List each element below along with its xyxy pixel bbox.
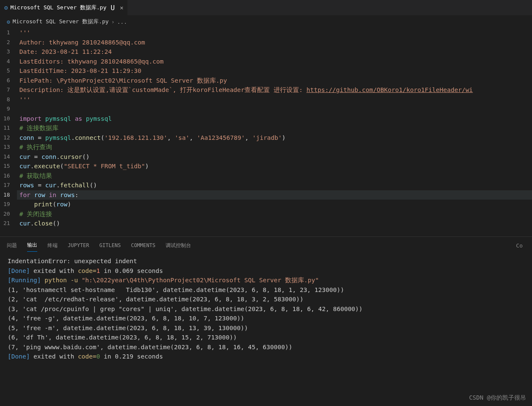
- line-number: 7: [3, 85, 10, 95]
- line-number: 9: [3, 104, 10, 114]
- line-number: 1: [3, 28, 10, 38]
- close-icon[interactable]: ✕: [120, 4, 123, 11]
- output-line: [Done] exited with code=0 in 0.219 secon…: [8, 352, 524, 362]
- output-content[interactable]: IndentationError: unexpected indent[Done…: [0, 252, 532, 406]
- line-number: 2: [3, 38, 10, 47]
- tab-gitlens[interactable]: GITLENS: [100, 240, 121, 251]
- code-line[interactable]: cur = conn.cursor(): [17, 152, 532, 162]
- breadcrumb-file: Microsoft SQL Server 数据库.py: [13, 18, 109, 25]
- line-number: 4: [3, 57, 10, 67]
- breadcrumb[interactable]: ⚙ Microsoft SQL Server 数据库.py › ...: [0, 15, 532, 28]
- code-line[interactable]: # 获取结果: [17, 171, 532, 181]
- line-number: 3: [3, 47, 10, 57]
- output-line: (3, 'cat /proc/cpuinfo | grep "cores" | …: [8, 304, 524, 314]
- breadcrumb-more: ...: [117, 19, 127, 25]
- line-gutter: 123456789101112131415161718192021: [0, 28, 17, 236]
- code-line[interactable]: Date: 2023-08-21 11:22:24: [17, 47, 532, 57]
- code-line[interactable]: Description: 这是默认设置,请设置`customMade`, 打开k…: [17, 85, 532, 95]
- code-line[interactable]: ''': [17, 95, 532, 105]
- panel-right-text[interactable]: Co: [516, 242, 525, 249]
- python-icon: ⚙: [7, 19, 10, 25]
- code-line[interactable]: ''': [17, 28, 532, 38]
- output-line: IndentationError: unexpected indent: [8, 256, 524, 266]
- line-number: 14: [3, 152, 10, 162]
- python-icon: ⚙: [4, 4, 8, 11]
- bottom-panel: 问题 输出 终端 JUPYTER GITLENS COMMENTS 调试控制台 …: [0, 236, 532, 406]
- line-number: 12: [3, 133, 10, 143]
- output-line: [Done] exited with code=1 in 0.069 secon…: [8, 266, 524, 276]
- tabs-bar: ⚙ Microsoft SQL Server 数据库.py U ✕: [0, 0, 532, 15]
- code-line[interactable]: print(row): [17, 200, 532, 209]
- line-number: 6: [3, 76, 10, 86]
- output-line: (1, 'hostnamectl set-hostname Tidb130', …: [8, 285, 524, 295]
- file-tab[interactable]: ⚙ Microsoft SQL Server 数据库.py U ✕: [0, 0, 128, 15]
- code-line[interactable]: # 关闭连接: [17, 209, 532, 219]
- code-line[interactable]: # 执行查询: [17, 142, 532, 152]
- tab-output[interactable]: 输出: [27, 239, 37, 252]
- output-line: (7, 'ping wwww.baidu.com', datetime.date…: [8, 342, 524, 352]
- panel-tabs: 问题 输出 终端 JUPYTER GITLENS COMMENTS 调试控制台 …: [0, 237, 532, 252]
- code-line[interactable]: Author: tkhywang 2810248865@qq.com: [17, 38, 532, 47]
- tab-debug[interactable]: 调试控制台: [166, 239, 191, 252]
- line-number: 19: [3, 200, 10, 209]
- code-line[interactable]: FilePath: \PythonProject02\Microsoft SQL…: [17, 76, 532, 86]
- code-line[interactable]: # 连接数据库: [17, 123, 532, 133]
- output-line: (2, 'cat /etc/redhat-release', datetime.…: [8, 295, 524, 304]
- code-line[interactable]: import pymssql as pymssql: [17, 114, 532, 124]
- tab-problems[interactable]: 问题: [7, 239, 17, 252]
- line-number: 20: [3, 209, 10, 219]
- code-line[interactable]: LastEditors: tkhywang 2810248865@qq.com: [17, 57, 532, 67]
- tab-comments[interactable]: COMMENTS: [131, 240, 155, 251]
- code-content[interactable]: '''Author: tkhywang 2810248865@qq.comDat…: [17, 28, 532, 236]
- watermark: CSDN @你的凯子很吊: [469, 394, 526, 402]
- line-number: 18: [3, 190, 10, 200]
- output-line: [Running] python -u "h:\2022year\Q4th\Py…: [8, 275, 524, 285]
- output-line: (5, 'free -m', datetime.datetime(2023, 6…: [8, 323, 524, 333]
- line-number: 13: [3, 142, 10, 152]
- tab-title: Microsoft SQL Server 数据库.py: [10, 4, 106, 11]
- code-line[interactable]: for row in rows:: [17, 190, 532, 200]
- output-line: (6, 'df Th', datetime.datetime(2023, 6, …: [8, 333, 524, 342]
- line-number: 8: [3, 95, 10, 105]
- unsaved-indicator: U: [111, 4, 115, 12]
- code-line[interactable]: cur.close(): [17, 219, 532, 228]
- line-number: 10: [3, 114, 10, 124]
- tab-terminal[interactable]: 终端: [47, 239, 58, 252]
- line-number: 15: [3, 161, 10, 171]
- editor-area[interactable]: 123456789101112131415161718192021 '''Aut…: [0, 28, 532, 236]
- line-number: 16: [3, 171, 10, 181]
- line-number: 17: [3, 181, 10, 190]
- tab-jupyter[interactable]: JUPYTER: [68, 240, 89, 251]
- line-number: 11: [3, 123, 10, 133]
- line-number: 5: [3, 66, 10, 76]
- code-line[interactable]: LastEditTime: 2023-08-21 11:29:30: [17, 66, 532, 76]
- breadcrumb-separator: ›: [111, 19, 115, 25]
- code-line[interactable]: rows = cur.fetchall(): [17, 181, 532, 190]
- line-number: 21: [3, 219, 10, 228]
- code-line[interactable]: cur.execute("SELECT * FROM t_tidb"): [17, 161, 532, 171]
- code-line[interactable]: conn = pymssql.connect('192.168.121.130'…: [17, 133, 532, 143]
- output-line: (4, 'free -g', datetime.datetime(2023, 6…: [8, 314, 524, 323]
- code-line[interactable]: [17, 104, 532, 114]
